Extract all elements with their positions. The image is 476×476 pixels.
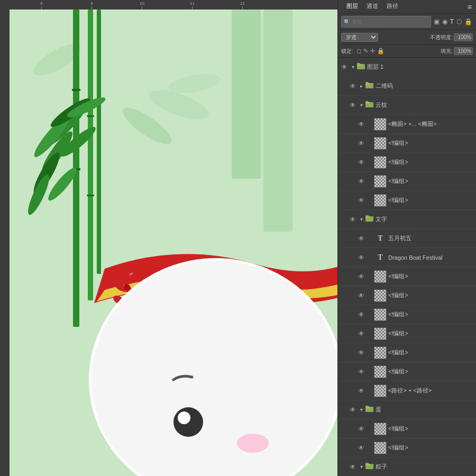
layer-thumbnail [374, 194, 387, 207]
layer-folder-icon [365, 462, 374, 471]
layer-item[interactable]: 👁<椭圆> +... <椭圆> [338, 115, 476, 134]
layer-name-label: 五月初五 [388, 234, 474, 242]
layer-item[interactable]: 👁<路径> + <路径> [338, 381, 476, 400]
layer-item[interactable]: 👁<!编组> [338, 324, 476, 343]
panel-tabs-bar: 图层 通道 路径 ≡ [338, 0, 476, 14]
layer-visibility-icon[interactable]: 👁 [340, 63, 349, 71]
layer-item[interactable]: 👁<!编组> [338, 438, 476, 457]
layer-visibility-icon[interactable]: 👁 [349, 463, 357, 471]
layer-item[interactable]: 👁<!编组> [338, 286, 476, 305]
layer-visibility-icon[interactable]: 👁 [357, 235, 365, 242]
layer-expand-icon[interactable]: ▸ [359, 83, 364, 89]
layer-visibility-icon[interactable]: 👁 [349, 102, 357, 109]
layer-thumbnail [374, 385, 387, 397]
filter-icons-group: ▣ ◉ T ⬡ 🔒 [433, 17, 473, 26]
layer-visibility-icon[interactable]: 👁 [349, 406, 357, 414]
fill-row: 填充: [441, 47, 473, 55]
layer-visibility-icon[interactable]: 👁 [357, 368, 365, 376]
layer-name-label: <!编组> [388, 177, 474, 185]
opacity-label: 不透明度: [430, 34, 453, 41]
filter-shape-icon[interactable]: ⬡ [456, 17, 462, 26]
layer-item[interactable]: 👁<!编组> [338, 267, 476, 286]
svg-rect-10 [72, 89, 80, 91]
layer-visibility-icon[interactable]: 👁 [357, 292, 365, 299]
layer-visibility-icon[interactable]: 👁 [349, 216, 357, 223]
layer-expand-icon[interactable]: ▾ [359, 464, 364, 470]
layer-visibility-icon[interactable]: 👁 [357, 178, 365, 185]
layer-item[interactable]: 👁▾蛋 [338, 400, 476, 419]
layer-item[interactable]: 👁<!编组> [338, 419, 476, 438]
layer-item[interactable]: 👁▾文字 [338, 210, 476, 229]
layer-item[interactable]: 👁<!编组> [338, 134, 476, 153]
svg-rect-42 [365, 82, 369, 84]
lock-all-icon[interactable]: 🔒 [377, 48, 385, 54]
layer-visibility-icon[interactable]: 👁 [357, 349, 365, 356]
lock-icons-group: ◻ ✎ ✛ 🔒 [356, 48, 385, 54]
filter-type-icon[interactable]: T [450, 17, 454, 26]
ruler-left [0, 0, 10, 476]
layer-text-icon: T [374, 251, 387, 264]
filter-adjust-icon[interactable]: ◉ [442, 17, 448, 26]
layer-text-icon: T [374, 232, 387, 245]
layer-visibility-icon[interactable]: 👁 [357, 121, 365, 128]
layer-thumbnail [374, 327, 387, 340]
layer-name-label: 云纹 [376, 101, 474, 109]
layer-item[interactable]: 👁▸二维码 [338, 77, 476, 96]
layer-visibility-icon[interactable]: 👁 [349, 83, 357, 90]
blend-mode-select[interactable]: 穿透 [341, 33, 378, 42]
tab-paths[interactable]: 路径 [382, 0, 402, 13]
layer-visibility-icon[interactable]: 👁 [357, 273, 365, 280]
svg-rect-45 [365, 101, 369, 103]
layer-visibility-icon[interactable]: 👁 [357, 140, 365, 147]
lock-pixel-icon[interactable]: ✎ [363, 48, 368, 54]
layer-visibility-icon[interactable]: 👁 [357, 197, 365, 204]
layer-visibility-icon[interactable]: 👁 [357, 330, 365, 337]
search-bar: 🔍 ▣ ◉ T ⬡ 🔒 [338, 14, 476, 30]
layer-folder-icon [365, 81, 374, 90]
lock-position-icon[interactable]: ✛ [370, 48, 375, 54]
layer-item[interactable]: 👁<!编组> [338, 172, 476, 191]
opacity-input[interactable] [454, 33, 473, 41]
layer-item[interactable]: 👁▾云纹 [338, 96, 476, 115]
layer-item[interactable]: 👁<!编组> [338, 343, 476, 362]
panel-menu-button[interactable]: ≡ [468, 3, 472, 11]
layer-visibility-icon[interactable]: 👁 [357, 387, 365, 395]
lock-transparent-icon[interactable]: ◻ [356, 48, 361, 54]
layer-thumbnail [374, 365, 387, 378]
layer-thumbnail [374, 270, 387, 283]
lock-label: 锁定: [341, 48, 353, 55]
layer-item[interactable]: 👁T五月初五 [338, 229, 476, 248]
filter-pixel-icon[interactable]: ▣ [433, 17, 440, 26]
layer-item[interactable]: 👁▾图层 1 [338, 58, 476, 77]
search-icon: 🔍 [344, 19, 350, 25]
layer-item[interactable]: 👁<!编组> [338, 153, 476, 172]
layer-visibility-icon[interactable]: 👁 [357, 254, 365, 261]
search-input[interactable] [352, 19, 428, 25]
svg-point-36 [237, 434, 269, 453]
illustration-svg [10, 10, 337, 476]
layer-visibility-icon[interactable]: 👁 [357, 311, 365, 318]
canvas-content [10, 10, 337, 476]
tab-layers[interactable]: 图层 [342, 0, 362, 13]
layer-item[interactable]: 👁<!编组> [338, 362, 476, 381]
layer-name-label: 文字 [376, 215, 474, 223]
layer-thumbnail [374, 442, 387, 454]
layer-expand-icon[interactable]: ▾ [359, 102, 364, 108]
layer-expand-icon[interactable]: ▾ [350, 64, 355, 70]
fill-input[interactable] [454, 47, 473, 55]
layer-visibility-icon[interactable]: 👁 [357, 425, 365, 433]
layer-expand-icon[interactable]: ▾ [359, 216, 364, 222]
filter-lock-icon[interactable]: 🔒 [464, 17, 473, 26]
layer-item[interactable]: 👁<!编组> [338, 191, 476, 210]
tab-channels[interactable]: 通道 [362, 0, 382, 13]
layer-name-label: <!编组> [388, 272, 474, 280]
layer-name-label: <!编组> [388, 425, 474, 433]
layer-item[interactable]: 👁TDragon Boat Festival [338, 248, 476, 267]
layer-visibility-icon[interactable]: 👁 [357, 159, 365, 166]
layer-visibility-icon[interactable]: 👁 [357, 444, 365, 452]
svg-rect-8 [88, 10, 93, 300]
layer-item[interactable]: 👁<!编组> [338, 305, 476, 324]
layer-expand-icon[interactable]: ▾ [359, 407, 364, 413]
layer-item[interactable]: 👁▾粽子 [338, 457, 476, 476]
layer-thumbnail [374, 156, 387, 169]
